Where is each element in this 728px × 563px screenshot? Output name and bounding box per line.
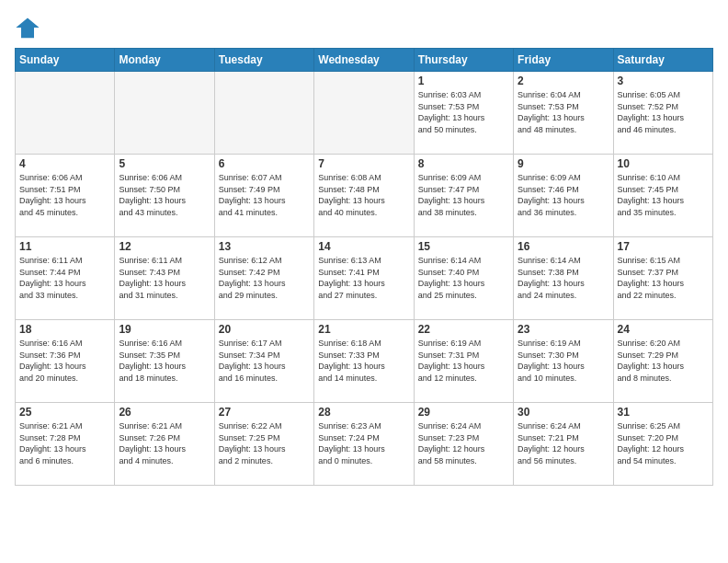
day-header-thursday: Thursday bbox=[414, 49, 513, 72]
day-number: 23 bbox=[518, 323, 609, 336]
calendar-cell bbox=[314, 72, 414, 155]
day-info: Sunrise: 6:15 AM Sunset: 7:37 PM Dayligh… bbox=[618, 255, 709, 301]
day-info: Sunrise: 6:09 AM Sunset: 7:47 PM Dayligh… bbox=[418, 172, 509, 218]
calendar-week-row: 18Sunrise: 6:16 AM Sunset: 7:36 PM Dayli… bbox=[16, 320, 713, 403]
day-number: 31 bbox=[618, 406, 709, 419]
calendar-cell: 31Sunrise: 6:25 AM Sunset: 7:20 PM Dayli… bbox=[613, 403, 712, 486]
calendar-cell: 4Sunrise: 6:06 AM Sunset: 7:51 PM Daylig… bbox=[16, 155, 115, 237]
day-info: Sunrise: 6:13 AM Sunset: 7:41 PM Dayligh… bbox=[318, 255, 409, 301]
calendar-cell: 29Sunrise: 6:24 AM Sunset: 7:23 PM Dayli… bbox=[414, 403, 513, 486]
day-number: 20 bbox=[219, 323, 310, 336]
day-header-wednesday: Wednesday bbox=[314, 49, 414, 72]
day-info: Sunrise: 6:11 AM Sunset: 7:43 PM Dayligh… bbox=[119, 255, 210, 301]
calendar-cell: 28Sunrise: 6:23 AM Sunset: 7:24 PM Dayli… bbox=[314, 403, 414, 486]
calendar-cell: 1Sunrise: 6:03 AM Sunset: 7:53 PM Daylig… bbox=[414, 72, 513, 155]
day-info: Sunrise: 6:16 AM Sunset: 7:36 PM Dayligh… bbox=[19, 338, 110, 384]
day-info: Sunrise: 6:16 AM Sunset: 7:35 PM Dayligh… bbox=[119, 338, 210, 384]
calendar-cell: 15Sunrise: 6:14 AM Sunset: 7:40 PM Dayli… bbox=[414, 237, 513, 320]
day-info: Sunrise: 6:03 AM Sunset: 7:53 PM Dayligh… bbox=[418, 89, 509, 135]
calendar-cell: 13Sunrise: 6:12 AM Sunset: 7:42 PM Dayli… bbox=[214, 237, 313, 320]
day-info: Sunrise: 6:24 AM Sunset: 7:21 PM Dayligh… bbox=[518, 420, 609, 466]
page-header bbox=[15, 15, 713, 40]
day-number: 17 bbox=[618, 240, 709, 253]
day-number: 5 bbox=[119, 157, 210, 170]
calendar-cell: 3Sunrise: 6:05 AM Sunset: 7:52 PM Daylig… bbox=[613, 72, 712, 155]
day-info: Sunrise: 6:04 AM Sunset: 7:53 PM Dayligh… bbox=[518, 89, 609, 135]
calendar-cell: 30Sunrise: 6:24 AM Sunset: 7:21 PM Dayli… bbox=[514, 403, 613, 486]
calendar-week-row: 11Sunrise: 6:11 AM Sunset: 7:44 PM Dayli… bbox=[16, 237, 713, 320]
day-number: 10 bbox=[618, 157, 709, 170]
calendar-cell: 25Sunrise: 6:21 AM Sunset: 7:28 PM Dayli… bbox=[16, 403, 115, 486]
day-number: 29 bbox=[418, 406, 509, 419]
day-info: Sunrise: 6:07 AM Sunset: 7:49 PM Dayligh… bbox=[219, 172, 310, 218]
day-header-sunday: Sunday bbox=[16, 49, 115, 72]
day-number: 27 bbox=[219, 406, 310, 419]
day-number: 9 bbox=[518, 157, 609, 170]
calendar-cell: 12Sunrise: 6:11 AM Sunset: 7:43 PM Dayli… bbox=[115, 237, 214, 320]
day-number: 30 bbox=[518, 406, 609, 419]
calendar-cell: 11Sunrise: 6:11 AM Sunset: 7:44 PM Dayli… bbox=[16, 237, 115, 320]
day-number: 22 bbox=[418, 323, 509, 336]
svg-marker-0 bbox=[16, 18, 39, 39]
day-info: Sunrise: 6:05 AM Sunset: 7:52 PM Dayligh… bbox=[618, 89, 709, 135]
calendar-header-row: SundayMondayTuesdayWednesdayThursdayFrid… bbox=[16, 49, 713, 72]
calendar-week-row: 25Sunrise: 6:21 AM Sunset: 7:28 PM Dayli… bbox=[16, 403, 713, 486]
day-number: 13 bbox=[219, 240, 310, 253]
calendar-cell: 24Sunrise: 6:20 AM Sunset: 7:29 PM Dayli… bbox=[613, 320, 712, 403]
logo bbox=[15, 15, 44, 40]
calendar-table: SundayMondayTuesdayWednesdayThursdayFrid… bbox=[15, 48, 713, 486]
calendar-cell: 20Sunrise: 6:17 AM Sunset: 7:34 PM Dayli… bbox=[214, 320, 313, 403]
day-number: 6 bbox=[219, 157, 310, 170]
day-info: Sunrise: 6:09 AM Sunset: 7:46 PM Dayligh… bbox=[518, 172, 609, 218]
day-number: 2 bbox=[518, 75, 609, 87]
day-info: Sunrise: 6:11 AM Sunset: 7:44 PM Dayligh… bbox=[19, 255, 110, 301]
day-number: 26 bbox=[119, 406, 210, 419]
day-info: Sunrise: 6:12 AM Sunset: 7:42 PM Dayligh… bbox=[219, 255, 310, 301]
calendar-cell: 22Sunrise: 6:19 AM Sunset: 7:31 PM Dayli… bbox=[414, 320, 513, 403]
day-info: Sunrise: 6:10 AM Sunset: 7:45 PM Dayligh… bbox=[618, 172, 709, 218]
day-info: Sunrise: 6:06 AM Sunset: 7:51 PM Dayligh… bbox=[19, 172, 110, 218]
day-number: 24 bbox=[618, 323, 709, 336]
calendar-cell: 2Sunrise: 6:04 AM Sunset: 7:53 PM Daylig… bbox=[514, 72, 613, 155]
day-number: 11 bbox=[19, 240, 110, 253]
day-info: Sunrise: 6:20 AM Sunset: 7:29 PM Dayligh… bbox=[618, 338, 709, 384]
day-number: 21 bbox=[318, 323, 409, 336]
day-number: 1 bbox=[418, 75, 509, 87]
calendar-cell: 7Sunrise: 6:08 AM Sunset: 7:48 PM Daylig… bbox=[314, 155, 414, 237]
day-number: 12 bbox=[119, 240, 210, 253]
day-info: Sunrise: 6:17 AM Sunset: 7:34 PM Dayligh… bbox=[219, 338, 310, 384]
calendar-cell: 19Sunrise: 6:16 AM Sunset: 7:35 PM Dayli… bbox=[115, 320, 214, 403]
day-info: Sunrise: 6:24 AM Sunset: 7:23 PM Dayligh… bbox=[418, 420, 509, 466]
calendar-week-row: 4Sunrise: 6:06 AM Sunset: 7:51 PM Daylig… bbox=[16, 155, 713, 237]
day-info: Sunrise: 6:22 AM Sunset: 7:25 PM Dayligh… bbox=[219, 420, 310, 466]
day-number: 18 bbox=[19, 323, 110, 336]
calendar-cell: 21Sunrise: 6:18 AM Sunset: 7:33 PM Dayli… bbox=[314, 320, 414, 403]
day-number: 8 bbox=[418, 157, 509, 170]
day-number: 28 bbox=[318, 406, 409, 419]
day-info: Sunrise: 6:14 AM Sunset: 7:38 PM Dayligh… bbox=[518, 255, 609, 301]
day-info: Sunrise: 6:25 AM Sunset: 7:20 PM Dayligh… bbox=[618, 420, 709, 466]
calendar-cell bbox=[16, 72, 115, 155]
calendar-cell: 27Sunrise: 6:22 AM Sunset: 7:25 PM Dayli… bbox=[214, 403, 313, 486]
day-number: 7 bbox=[318, 157, 409, 170]
day-header-friday: Friday bbox=[514, 49, 613, 72]
calendar-cell: 23Sunrise: 6:19 AM Sunset: 7:30 PM Dayli… bbox=[514, 320, 613, 403]
day-info: Sunrise: 6:08 AM Sunset: 7:48 PM Dayligh… bbox=[318, 172, 409, 218]
day-info: Sunrise: 6:21 AM Sunset: 7:26 PM Dayligh… bbox=[119, 420, 210, 466]
day-header-monday: Monday bbox=[115, 49, 214, 72]
calendar-cell: 5Sunrise: 6:06 AM Sunset: 7:50 PM Daylig… bbox=[115, 155, 214, 237]
day-number: 3 bbox=[618, 75, 709, 87]
calendar-cell: 26Sunrise: 6:21 AM Sunset: 7:26 PM Dayli… bbox=[115, 403, 214, 486]
logo-icon bbox=[15, 15, 40, 40]
day-number: 25 bbox=[19, 406, 110, 419]
calendar-cell: 9Sunrise: 6:09 AM Sunset: 7:46 PM Daylig… bbox=[514, 155, 613, 237]
calendar-cell: 17Sunrise: 6:15 AM Sunset: 7:37 PM Dayli… bbox=[613, 237, 712, 320]
calendar-week-row: 1Sunrise: 6:03 AM Sunset: 7:53 PM Daylig… bbox=[16, 72, 713, 155]
day-info: Sunrise: 6:18 AM Sunset: 7:33 PM Dayligh… bbox=[318, 338, 409, 384]
calendar-cell: 6Sunrise: 6:07 AM Sunset: 7:49 PM Daylig… bbox=[214, 155, 313, 237]
day-number: 15 bbox=[418, 240, 509, 253]
calendar-cell: 14Sunrise: 6:13 AM Sunset: 7:41 PM Dayli… bbox=[314, 237, 414, 320]
day-number: 14 bbox=[318, 240, 409, 253]
day-number: 4 bbox=[19, 157, 110, 170]
day-info: Sunrise: 6:23 AM Sunset: 7:24 PM Dayligh… bbox=[318, 420, 409, 466]
